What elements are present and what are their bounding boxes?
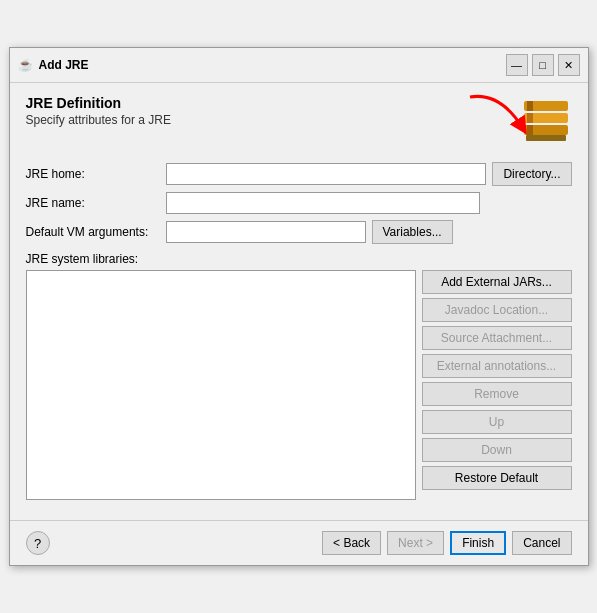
footer-buttons: < Back Next > Finish Cancel bbox=[322, 531, 571, 555]
back-button[interactable]: < Back bbox=[322, 531, 381, 555]
add-jre-dialog: ☕ Add JRE — □ ✕ JRE Definition Specify a… bbox=[9, 47, 589, 566]
default-vm-row: Default VM arguments: Variables... bbox=[26, 220, 572, 244]
external-annotations-button[interactable]: External annotations... bbox=[422, 354, 572, 378]
titlebar: ☕ Add JRE — □ ✕ bbox=[10, 48, 588, 83]
dialog-content: JRE Definition Specify attributes for a … bbox=[10, 83, 588, 512]
remove-button[interactable]: Remove bbox=[422, 382, 572, 406]
close-button[interactable]: ✕ bbox=[558, 54, 580, 76]
libraries-list[interactable] bbox=[26, 270, 416, 500]
jre-home-label: JRE home: bbox=[26, 167, 166, 181]
jre-home-input[interactable] bbox=[166, 163, 487, 185]
variables-button[interactable]: Variables... bbox=[372, 220, 453, 244]
minimize-button[interactable]: — bbox=[506, 54, 528, 76]
titlebar-left: ☕ Add JRE bbox=[18, 58, 89, 72]
add-external-jars-button[interactable]: Add External JARs... bbox=[422, 270, 572, 294]
window-title: Add JRE bbox=[39, 58, 89, 72]
dialog-footer: ? < Back Next > Finish Cancel bbox=[10, 520, 588, 565]
help-button[interactable]: ? bbox=[26, 531, 50, 555]
maximize-button[interactable]: □ bbox=[532, 54, 554, 76]
up-button[interactable]: Up bbox=[422, 410, 572, 434]
default-vm-input[interactable] bbox=[166, 221, 366, 243]
directory-button[interactable]: Directory... bbox=[492, 162, 571, 186]
jre-home-row: JRE home: Directory... bbox=[26, 162, 572, 186]
restore-default-button[interactable]: Restore Default bbox=[422, 466, 572, 490]
dialog-subtitle: Specify attributes for a JRE bbox=[26, 113, 171, 127]
libraries-section: JRE system libraries: Add External JARs.… bbox=[26, 252, 572, 500]
window-title-icon: ☕ bbox=[18, 58, 33, 72]
libraries-buttons: Add External JARs... Javadoc Location...… bbox=[422, 270, 572, 490]
header-text: JRE Definition Specify attributes for a … bbox=[26, 95, 171, 127]
javadoc-location-button[interactable]: Javadoc Location... bbox=[422, 298, 572, 322]
down-button[interactable]: Down bbox=[422, 438, 572, 462]
jre-name-row: JRE name: bbox=[26, 192, 572, 214]
header-section: JRE Definition Specify attributes for a … bbox=[26, 95, 572, 150]
titlebar-controls: — □ ✕ bbox=[506, 54, 580, 76]
jre-icon-area bbox=[520, 95, 572, 150]
default-vm-label: Default VM arguments: bbox=[26, 225, 166, 239]
red-arrow-icon bbox=[460, 87, 540, 147]
jre-name-label: JRE name: bbox=[26, 196, 166, 210]
libraries-label: JRE system libraries: bbox=[26, 252, 572, 266]
finish-button[interactable]: Finish bbox=[450, 531, 506, 555]
cancel-button[interactable]: Cancel bbox=[512, 531, 571, 555]
libraries-container: Add External JARs... Javadoc Location...… bbox=[26, 270, 572, 500]
form-section: JRE home: Directory... JRE name: Default… bbox=[26, 162, 572, 244]
dialog-title: JRE Definition bbox=[26, 95, 171, 111]
jre-name-input[interactable] bbox=[166, 192, 480, 214]
source-attachment-button[interactable]: Source Attachment... bbox=[422, 326, 572, 350]
next-button[interactable]: Next > bbox=[387, 531, 444, 555]
